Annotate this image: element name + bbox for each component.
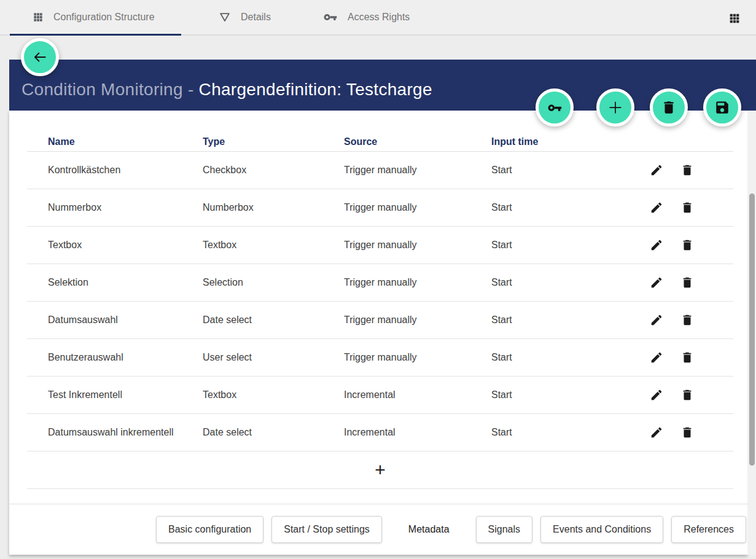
delete-trash-icon [680,163,694,177]
edit-row-button[interactable] [650,426,663,439]
tab-details[interactable]: Details [218,0,271,34]
cell-name: Test Inkrementell [48,389,203,401]
cell-type: Numberbox [203,202,344,213]
edit-row-button[interactable] [650,201,663,214]
add-row: + [27,452,733,489]
table-row: Kontrollkästchen Checkbox Trigger manual… [27,152,733,189]
cell-input-time: Start [491,315,623,326]
edit-pencil-icon [650,351,663,364]
edit-pencil-icon [650,163,663,177]
cell-source: Trigger manually [344,352,491,363]
delete-row-button[interactable] [680,163,694,177]
delete-trash-icon [680,313,694,327]
cell-type: Checkbox [203,165,344,176]
cell-source: Trigger manually [344,315,491,326]
edit-pencil-icon [650,313,663,327]
scrollbar-thumb[interactable] [749,194,755,466]
delete-row-button[interactable] [680,388,694,402]
cell-input-time: Start [491,165,623,176]
cell-input-time: Start [491,277,623,288]
cell-type: Date select [203,427,344,438]
top-tab-bar: Configuration Structure Details Access R… [0,0,756,36]
back-button[interactable] [21,38,59,76]
edit-pencil-icon [650,238,663,252]
table-row: Selektion Selection Trigger manually Sta… [27,264,733,302]
tab-label: Access Rights [348,12,410,23]
cell-name: Benutzerauswahl [48,352,203,363]
cell-name: Textbox [48,240,203,251]
table-header-row: Name Type Source Input time [27,132,733,152]
cell-type: User select [203,352,344,363]
footer-button-events-and-conditions[interactable]: Events and Conditions [540,516,663,543]
cell-input-time: Start [491,427,623,438]
delete-row-button[interactable] [680,276,694,289]
page-title-emphasis: Chargendefinition: Testcharge [199,80,432,99]
scrollbar-track[interactable] [747,111,756,555]
edit-row-button[interactable] [650,388,663,402]
cell-input-time: Start [491,202,623,213]
delete-trash-icon [680,388,694,402]
delete-button[interactable] [650,88,688,127]
column-header-input-time: Input time [491,136,623,147]
delete-row-button[interactable] [680,351,694,364]
edit-row-button[interactable] [650,351,663,364]
cell-name: Nummerbox [48,202,203,213]
delete-row-button[interactable] [680,426,694,439]
edit-pencil-icon [650,388,663,402]
apps-grid-button[interactable] [728,12,741,28]
cell-name: Kontrollkästchen [48,165,203,176]
edit-pencil-icon [650,276,663,289]
access-key-button[interactable] [536,88,574,127]
delete-trash-icon [680,201,694,214]
footer-button-start-stop-settings[interactable]: Start / Stop settings [271,516,382,543]
cell-type: Date select [203,315,344,326]
trash-icon [661,100,677,115]
table-row: Benutzerauswahl User select Trigger manu… [27,339,733,377]
cell-type: Textbox [203,240,344,251]
edit-row-button[interactable] [650,163,663,177]
footer-button-references[interactable]: References [671,516,746,543]
footer-button-signals[interactable]: Signals [476,516,532,543]
delete-row-button[interactable] [680,201,694,214]
key-icon [322,9,338,25]
metadata-table: Name Type Source Input time Kontrollkäst… [27,132,733,489]
active-tab-underline [10,34,181,36]
table-row: Textbox Textbox Trigger manually Start [27,227,733,264]
back-arrow-icon [32,49,48,65]
add-row-button[interactable]: + [366,461,394,479]
plus-icon [606,98,625,117]
tab-access-rights[interactable]: Access Rights [322,0,410,34]
edit-pencil-icon [650,201,663,214]
cell-source: Trigger manually [344,165,491,176]
table-row: Nummerbox Numberbox Trigger manually Sta… [27,189,733,227]
cell-source: Trigger manually [344,277,491,288]
cell-input-time: Start [491,240,623,251]
delete-row-button[interactable] [680,313,694,327]
funnel-icon [218,10,232,24]
page-title: Condition Monitoring - Chargendefinition… [21,80,432,100]
tab-configuration-structure[interactable]: Configuration Structure [32,0,155,34]
cell-source: Trigger manually [344,240,491,251]
column-header-name: Name [48,136,203,147]
footer-button-metadata[interactable]: Metadata [390,516,468,543]
edit-row-button[interactable] [650,276,663,289]
tab-label: Configuration Structure [53,12,155,23]
table-row: Datumsauswahl inkrementell Date select I… [27,414,733,452]
cell-type: Selection [203,277,344,288]
footer-tab-bar: Basic configuration Start / Stop setting… [9,504,747,555]
apps-icon [32,11,44,23]
delete-trash-icon [680,238,694,252]
delete-trash-icon [680,276,694,289]
content-card: Name Type Source Input time Kontrollkäst… [9,111,747,555]
cell-name: Selektion [48,277,203,288]
edit-row-button[interactable] [650,313,663,327]
save-button[interactable] [703,88,741,127]
cell-type: Textbox [203,389,344,401]
delete-row-button[interactable] [680,238,694,252]
column-header-type: Type [203,136,344,147]
footer-button-basic-configuration[interactable]: Basic configuration [156,516,263,543]
table-row: Datumsauswahl Date select Trigger manual… [27,302,733,339]
add-button[interactable] [596,88,634,127]
edit-row-button[interactable] [650,238,663,252]
cell-name: Datumsauswahl [48,315,203,326]
